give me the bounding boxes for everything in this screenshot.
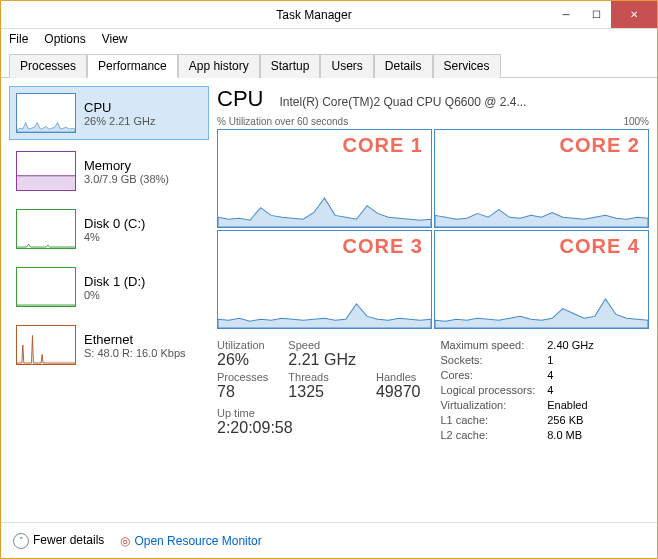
sidebar-item-disk0[interactable]: Disk 0 (C:) 4%: [9, 202, 209, 256]
minimize-button[interactable]: ─: [551, 1, 581, 28]
resource-monitor-icon: ◎: [120, 534, 130, 548]
chevron-up-icon: ˄: [13, 533, 29, 549]
cpu-thumbnail-icon: [16, 93, 76, 133]
task-manager-window: Task Manager ─ ☐ ✕ File Options View Pro…: [0, 0, 658, 559]
maximize-button[interactable]: ☐: [581, 1, 611, 28]
axis-right-label: 100%: [623, 116, 649, 127]
open-resource-monitor-link[interactable]: ◎Open Resource Monitor: [120, 534, 261, 548]
disk1-thumbnail-icon: [16, 267, 76, 307]
sidebar-item-ethernet[interactable]: Ethernet S: 48.0 R: 16.0 Kbps: [9, 318, 209, 372]
footer: ˄Fewer details ◎Open Resource Monitor: [1, 522, 657, 558]
l1-label: L1 cache:: [440, 414, 535, 426]
speed-value: 2.21 GHz: [288, 351, 356, 369]
sidebar: CPU 26% 2.21 GHz Memory 3.0/7.9 GB (38%): [9, 86, 209, 514]
tab-startup[interactable]: Startup: [260, 54, 321, 78]
core-1-chart: CORE 1: [217, 129, 432, 228]
processes-value: 78: [217, 383, 268, 401]
tab-users[interactable]: Users: [320, 54, 373, 78]
menu-file[interactable]: File: [9, 32, 28, 46]
sidebar-disk1-sub: 0%: [84, 289, 145, 301]
tab-app-history[interactable]: App history: [178, 54, 260, 78]
sidebar-disk1-title: Disk 1 (D:): [84, 274, 145, 289]
utilization-label: Utilization: [217, 339, 268, 351]
speed-label: Speed: [288, 339, 356, 351]
sidebar-item-memory[interactable]: Memory 3.0/7.9 GB (38%): [9, 144, 209, 198]
lp-value: 4: [547, 384, 593, 396]
ethernet-thumbnail-icon: [16, 325, 76, 365]
processes-label: Processes: [217, 371, 268, 383]
sockets-label: Sockets:: [440, 354, 535, 366]
tab-services[interactable]: Services: [433, 54, 501, 78]
l2-value: 8.0 MB: [547, 429, 593, 441]
lp-label: Logical processors:: [440, 384, 535, 396]
sidebar-item-disk1[interactable]: Disk 1 (D:) 0%: [9, 260, 209, 314]
utilization-value: 26%: [217, 351, 268, 369]
uptime-value: 2:20:09:58: [217, 419, 420, 437]
menubar: File Options View: [1, 29, 657, 49]
memory-thumbnail-icon: [16, 151, 76, 191]
svg-rect-0: [17, 176, 75, 190]
sidebar-ethernet-title: Ethernet: [84, 332, 186, 347]
handles-value: 49870: [376, 383, 421, 401]
core-2-chart: CORE 2: [434, 129, 649, 228]
tab-processes[interactable]: Processes: [9, 54, 87, 78]
virt-value: Enabled: [547, 399, 593, 411]
core-grid: CORE 1 CORE 2 CORE 3 CORE 4: [217, 129, 649, 329]
disk0-thumbnail-icon: [16, 209, 76, 249]
sockets-value: 1: [547, 354, 593, 366]
l2-label: L2 cache:: [440, 429, 535, 441]
core-3-chart: CORE 3: [217, 230, 432, 329]
threads-value: 1325: [288, 383, 356, 401]
tab-performance[interactable]: Performance: [87, 54, 178, 78]
menu-view[interactable]: View: [102, 32, 128, 46]
max-speed-label: Maximum speed:: [440, 339, 535, 351]
main-panel: CPU Intel(R) Core(TM)2 Quad CPU Q6600 @ …: [217, 86, 649, 514]
max-speed-value: 2.40 GHz: [547, 339, 593, 351]
virt-label: Virtualization:: [440, 399, 535, 411]
sidebar-disk0-title: Disk 0 (C:): [84, 216, 145, 231]
sidebar-memory-sub: 3.0/7.9 GB (38%): [84, 173, 169, 185]
cpu-model: Intel(R) Core(TM)2 Quad CPU Q6600 @ 2.4.…: [279, 95, 649, 109]
sidebar-cpu-sub: 26% 2.21 GHz: [84, 115, 156, 127]
l1-value: 256 KB: [547, 414, 593, 426]
tabs: Processes Performance App history Startu…: [1, 49, 657, 78]
handles-label: Handles: [376, 371, 421, 383]
axis-left-label: % Utilization over 60 seconds: [217, 116, 348, 127]
fewer-details-button[interactable]: ˄Fewer details: [13, 533, 104, 549]
sidebar-ethernet-sub: S: 48.0 R: 16.0 Kbps: [84, 347, 186, 359]
sidebar-cpu-title: CPU: [84, 100, 156, 115]
titlebar: Task Manager ─ ☐ ✕: [1, 1, 657, 29]
cores-value: 4: [547, 369, 593, 381]
page-title: CPU: [217, 86, 263, 112]
menu-options[interactable]: Options: [44, 32, 85, 46]
close-button[interactable]: ✕: [611, 1, 657, 28]
sidebar-disk0-sub: 4%: [84, 231, 145, 243]
core-4-chart: CORE 4: [434, 230, 649, 329]
window-title: Task Manager: [77, 8, 551, 22]
uptime-label: Up time: [217, 407, 420, 419]
threads-label: Threads: [288, 371, 356, 383]
sidebar-item-cpu[interactable]: CPU 26% 2.21 GHz: [9, 86, 209, 140]
tab-details[interactable]: Details: [374, 54, 433, 78]
sidebar-memory-title: Memory: [84, 158, 169, 173]
cores-label: Cores:: [440, 369, 535, 381]
